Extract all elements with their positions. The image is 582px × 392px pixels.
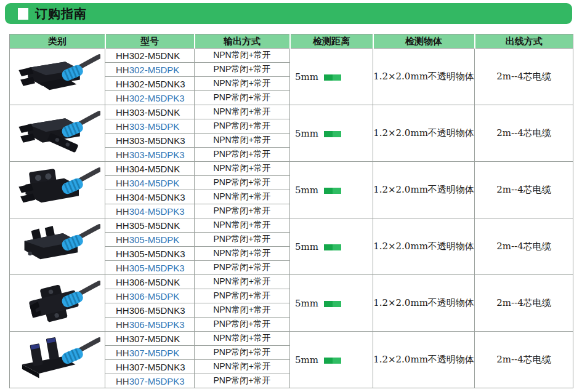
model-name-cell: HH303-M5DNK xyxy=(105,105,195,119)
distance-bar-icon xyxy=(324,358,341,364)
hh307-slot-sensor-photo xyxy=(10,332,105,388)
detect-distance-value: 5mm xyxy=(295,128,318,139)
output-mode-cell: NPN常闭+常开 xyxy=(195,105,290,119)
cable-outlet-cell: 2m--4芯电缆 xyxy=(475,332,573,388)
model-name-link[interactable]: 303-M5DPK3 xyxy=(129,150,185,160)
model-name-cell[interactable]: HH306-M5DPK3 xyxy=(105,318,195,332)
output-mode-cell: PNP常闭+常开 xyxy=(195,374,290,388)
model-name-prefix: HH xyxy=(116,291,129,302)
model-name-cell[interactable]: HH305-M5DPK3 xyxy=(105,261,195,275)
distance-bar-icon xyxy=(324,131,341,137)
model-name-link[interactable]: 302-M5DPK3 xyxy=(129,93,185,103)
detect-distance-value: 5mm xyxy=(295,71,318,82)
output-mode-cell: PNP常闭+常开 xyxy=(195,233,290,247)
hh306-slot-sensor-photo xyxy=(10,275,105,332)
col-header-model: 型号 xyxy=(105,34,195,49)
model-name-cell[interactable]: HH306-M5DPK xyxy=(105,289,195,303)
cable-outlet-cell: 2m--4芯电缆 xyxy=(475,105,573,162)
model-name-prefix: HH xyxy=(116,263,129,273)
model-row: HH306-M5DNKNPN常闭+常开5mm1.2×2.0mm不透明物体2m--… xyxy=(10,275,573,289)
model-name-cell: HH304-M5DNK xyxy=(105,162,195,176)
model-name-cell[interactable]: HH305-M5DPK xyxy=(105,233,195,247)
model-name-prefix: HH xyxy=(116,376,129,386)
model-name-prefix: HH xyxy=(116,206,129,217)
model-name-cell[interactable]: HH302-M5DPK xyxy=(105,63,195,77)
model-name-cell[interactable]: HH304-M5DPK xyxy=(105,176,195,190)
output-mode-cell: NPN常闭+常开 xyxy=(195,332,290,346)
distance-bar-icon xyxy=(324,301,341,307)
model-row: HH304-M5DNKNPN常闭+常开5mm1.2×2.0mm不透明物体2m--… xyxy=(10,162,573,176)
output-mode-cell: PNP常闭+常开 xyxy=(195,346,290,360)
model-name-prefix: HH xyxy=(116,150,129,160)
detect-object-cell: 1.2×2.0mm不透明物体 xyxy=(373,218,475,275)
model-name-cell: HH303-M5DNK3 xyxy=(105,134,195,148)
model-name-prefix: HH xyxy=(116,65,129,75)
cable-outlet-cell: 2m--4芯电缆 xyxy=(475,218,573,275)
model-row: HH302-M5DNKNPN常闭+常开5mm1.2×2.0mm不透明物体2m--… xyxy=(10,49,573,63)
model-row: HH307-M5DNKNPN常闭+常开5mm1.2×2.0mm不透明物体2m--… xyxy=(10,332,573,346)
model-name-cell: HH306-M5DNK3 xyxy=(105,303,195,318)
model-name-cell[interactable]: HH303-M5DPK xyxy=(105,119,195,134)
output-mode-cell: NPN常闭+常开 xyxy=(195,303,290,318)
output-mode-cell: PNP常闭+常开 xyxy=(195,148,290,162)
model-name-link[interactable]: 306-M5DPK3 xyxy=(129,319,185,330)
model-name-link[interactable]: 306-M5DPK xyxy=(129,291,180,302)
model-name-link[interactable]: 302-M5DPK xyxy=(129,65,180,75)
model-name-link[interactable]: 307-M5DPK3 xyxy=(129,376,185,386)
output-mode-cell: NPN常闭+常开 xyxy=(195,162,290,176)
detect-object-cell: 1.2×2.0mm不透明物体 xyxy=(373,275,475,332)
output-mode-cell: NPN常闭+常开 xyxy=(195,49,290,63)
output-mode-cell: NPN常闭+常开 xyxy=(195,190,290,204)
detect-object-cell: 1.2×2.0mm不透明物体 xyxy=(373,162,475,218)
section-title: 订购指南 xyxy=(35,6,87,22)
output-mode-cell: NPN常闭+常开 xyxy=(195,134,290,148)
model-row: HH303-M5DNKNPN常闭+常开5mm1.2×2.0mm不透明物体2m--… xyxy=(10,105,573,119)
detect-distance-value: 5mm xyxy=(295,185,318,196)
col-header-detect-distance: 检测距离 xyxy=(290,34,373,49)
model-name-prefix: HH xyxy=(116,234,129,245)
hh302-slot-sensor-photo xyxy=(10,49,105,105)
detect-distance-cell: 5mm xyxy=(290,105,373,162)
detect-distance-value: 5mm xyxy=(295,298,318,309)
model-name-link[interactable]: 305-M5DPK3 xyxy=(129,263,185,273)
model-name-prefix: HH xyxy=(116,93,129,103)
detect-object-cell: 1.2×2.0mm不透明物体 xyxy=(373,105,475,162)
col-header-detect-object: 检测物体 xyxy=(373,34,475,49)
model-name-cell[interactable]: HH302-M5DPK3 xyxy=(105,91,195,105)
output-mode-cell: NPN常闭+常开 xyxy=(195,218,290,233)
detect-distance-value: 5mm xyxy=(295,241,318,252)
cable-outlet-cell: 2m--4芯电缆 xyxy=(475,49,573,105)
model-name-prefix: HH xyxy=(116,348,129,358)
cable-outlet-cell: 2m--4芯电缆 xyxy=(475,162,573,218)
model-name-cell[interactable]: HH304-M5DPK3 xyxy=(105,204,195,218)
hh305-slot-sensor-photo xyxy=(10,218,105,275)
model-name-link[interactable]: 303-M5DPK xyxy=(129,121,180,132)
model-name-cell[interactable]: HH307-M5DPK xyxy=(105,346,195,360)
col-header-category: 类别 xyxy=(10,34,105,49)
model-name-cell[interactable]: HH307-M5DPK3 xyxy=(105,374,195,388)
detect-object-cell: 1.2×2.0mm不透明物体 xyxy=(373,49,475,105)
cable-outlet-cell: 2m--4芯电缆 xyxy=(475,275,573,332)
detect-distance-cell: 5mm xyxy=(290,162,373,218)
distance-bar-icon xyxy=(324,74,341,81)
detect-distance-value: 5mm xyxy=(295,354,318,366)
output-mode-cell: PNP常闭+常开 xyxy=(195,119,290,134)
output-mode-cell: NPN常闭+常开 xyxy=(195,77,290,91)
model-name-cell[interactable]: HH303-M5DPK3 xyxy=(105,148,195,162)
detect-object-cell: 1.2×2.0mm不透明物体 xyxy=(373,332,475,388)
detect-distance-cell: 5mm xyxy=(290,332,373,388)
model-name-link[interactable]: 305-M5DPK xyxy=(129,234,180,245)
output-mode-cell: NPN常闭+常开 xyxy=(195,247,290,261)
banner-square-icon xyxy=(18,8,28,20)
output-mode-cell: PNP常闭+常开 xyxy=(195,261,290,275)
model-name-link[interactable]: 304-M5DPK xyxy=(129,178,180,188)
section-banner: 订购指南 xyxy=(5,3,572,24)
model-name-prefix: HH xyxy=(116,121,129,132)
model-name-link[interactable]: 304-M5DPK3 xyxy=(129,206,185,217)
model-name-cell: HH302-M5DNK3 xyxy=(105,77,195,91)
distance-bar-icon xyxy=(324,188,341,194)
ordering-guide-table: 类别 型号 输出方式 检测距离 检测物体 出线方式 HH302-M5DNKNPN… xyxy=(9,34,573,388)
model-name-cell: HH307-M5DNK3 xyxy=(105,360,195,374)
hh303-slot-sensor-photo xyxy=(10,105,105,162)
model-name-link[interactable]: 307-M5DPK xyxy=(129,348,180,358)
